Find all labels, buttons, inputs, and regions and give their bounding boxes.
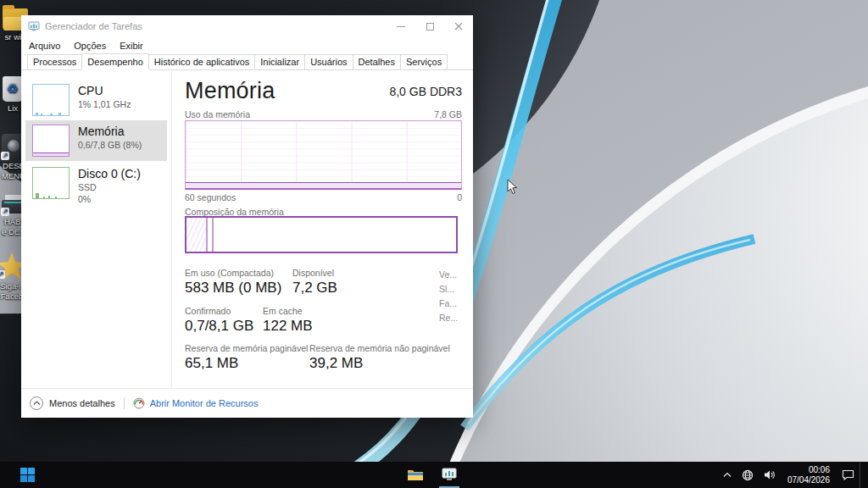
sidebar-item-disk[interactable]: Disco 0 (C:) SSD 0% xyxy=(25,163,167,209)
sidebar-item-cpu[interactable]: CPU 1% 1,01 GHz xyxy=(25,80,167,120)
taskbar: 00:06 07/04/2026 xyxy=(0,462,868,488)
start-button[interactable] xyxy=(10,462,44,488)
speaker-icon xyxy=(764,469,776,480)
truncated-label-fator: Fa... xyxy=(439,298,457,308)
memory-usage-area xyxy=(186,182,461,188)
mouse-cursor xyxy=(507,179,518,195)
memory-usage-chart xyxy=(185,120,462,190)
usage-chart-zero-label: 0 xyxy=(457,192,462,202)
stat-value-reserva-paginavel: 65,1 MB xyxy=(185,355,238,372)
cpu-mini-chart xyxy=(32,84,70,116)
open-resource-monitor-link[interactable]: Abrir Monitor de Recursos xyxy=(133,397,259,409)
maximize-button[interactable] xyxy=(415,15,444,37)
memory-composition-bar xyxy=(185,216,458,253)
window-title: Gerenciador de Tarefas xyxy=(45,21,142,31)
tab-desempenho[interactable]: Desempenho xyxy=(81,53,148,69)
tray-show-hidden-icons-button[interactable] xyxy=(718,462,737,488)
disk-title: Disco 0 (C:) xyxy=(78,167,141,181)
stat-label-confirmado: Confirmado xyxy=(185,306,231,316)
truncated-label-reservado: Re... xyxy=(439,313,458,323)
shortcut-arrow-icon: ↗ xyxy=(0,270,5,279)
cpu-subtitle: 1% 1,01 GHz xyxy=(78,98,131,110)
memory-panel: Memória 8,0 GB DDR3 Uso da memória 7,8 G… xyxy=(171,71,473,388)
stat-label-disponivel: Disponível xyxy=(292,268,334,278)
recycle-bin-icon: ♻ xyxy=(3,76,23,102)
menu-arquivo[interactable]: Arquivo xyxy=(29,41,60,51)
window-footer: Menos detalhes Abrir Monitor de Recursos xyxy=(21,388,473,418)
taskbar-clock[interactable]: 00:06 07/04/2026 xyxy=(781,465,837,485)
memory-subtitle: 0,6/7,8 GB (8%) xyxy=(78,139,142,151)
shortcut-arrow-icon: ↗ xyxy=(1,208,9,216)
minimize-icon xyxy=(397,26,405,27)
truncated-label-velocidade: Ve... xyxy=(439,269,457,280)
composition-divider xyxy=(206,218,208,252)
task-manager-icon xyxy=(441,468,458,482)
action-center-icon xyxy=(842,469,854,480)
windows-logo-icon xyxy=(20,468,35,482)
sidebar-item-memory[interactable]: Memória 0,6/7,8 GB (8%) xyxy=(25,120,167,161)
less-details-button[interactable]: Menos detalhes xyxy=(30,396,115,410)
maximize-icon xyxy=(426,23,434,30)
stat-value-em-uso: 583 MB (0 MB) xyxy=(185,280,281,297)
memory-mini-chart xyxy=(32,125,70,157)
disk-subtitle-percent: 0% xyxy=(78,193,141,205)
stat-value-disponivel: 7,2 GB xyxy=(292,280,337,297)
taskbar-file-explorer-button[interactable] xyxy=(398,462,432,488)
stat-label-reserva-nao-paginavel: Reserva de memória não paginável xyxy=(309,343,450,353)
memory-title: Memória xyxy=(78,125,142,139)
title-bar[interactable]: Gerenciador de Tarefas xyxy=(21,15,473,37)
memory-capacity: 8,0 GB DDR3 xyxy=(389,85,462,98)
menu-opcoes[interactable]: Opções xyxy=(74,41,106,51)
disk-subtitle-ssd: SSD xyxy=(78,181,141,193)
tray-volume-button[interactable] xyxy=(759,462,781,488)
usage-chart-time-label: 60 segundos xyxy=(185,192,236,202)
stat-label-reserva-paginavel: Reserva de memória paginável xyxy=(185,343,308,353)
tab-usuarios[interactable]: Usuários xyxy=(304,54,353,69)
close-icon xyxy=(454,22,463,30)
tab-servicos[interactable]: Serviços xyxy=(400,54,448,69)
task-manager-app-icon xyxy=(28,20,40,32)
stat-value-reserva-nao-paginavel: 39,2 MB xyxy=(309,355,363,372)
close-button[interactable] xyxy=(444,15,473,37)
usage-chart-max: 7,8 GB xyxy=(434,109,462,119)
show-desktop-button[interactable] xyxy=(860,462,863,488)
shortcut-arrow-icon: ↗ xyxy=(1,152,9,160)
truncated-label-slots: Sl... xyxy=(439,284,454,294)
stat-label-em-cache: Em cache xyxy=(263,306,303,316)
tray-network-button[interactable] xyxy=(737,462,759,488)
stat-value-em-cache: 122 MB xyxy=(263,318,313,335)
menu-bar: Arquivo Opções Exibir xyxy=(21,37,473,54)
cpu-title: CPU xyxy=(78,84,131,98)
chevron-up-icon xyxy=(30,396,43,410)
footer-divider xyxy=(124,397,125,409)
clock-time: 00:06 xyxy=(787,465,830,475)
disk-mini-chart xyxy=(32,167,70,199)
resource-monitor-icon xyxy=(133,397,145,409)
clock-date: 07/04/2026 xyxy=(787,475,830,485)
less-details-label: Menos detalhes xyxy=(49,398,115,408)
menu-exibir[interactable]: Exibir xyxy=(120,41,143,51)
stat-label-em-uso: Em uso (Compactada) xyxy=(185,268,274,278)
tab-inicializar[interactable]: Inicializar xyxy=(254,54,305,69)
stat-value-confirmado: 0,7/8,1 GB xyxy=(185,318,253,335)
usage-chart-label: Uso da memória xyxy=(185,109,250,119)
open-resource-monitor-label: Abrir Monitor de Recursos xyxy=(150,398,259,408)
panel-title: Memória xyxy=(185,78,275,104)
file-explorer-icon xyxy=(407,469,424,482)
action-center-button[interactable] xyxy=(837,462,860,488)
task-manager-window: Gerenciador de Tarefas Arquivo Opções Ex… xyxy=(21,15,473,418)
globe-network-icon xyxy=(742,469,754,481)
minimize-button[interactable] xyxy=(387,15,415,37)
composition-in-use-segment xyxy=(186,218,206,252)
tab-historico-de-aplicativos[interactable]: Histórico de aplicativos xyxy=(148,54,256,69)
tab-processos[interactable]: Processos xyxy=(27,54,82,69)
tab-detalhes[interactable]: Detalhes xyxy=(353,54,401,69)
tab-bar: Processos Desempenho Histórico de aplica… xyxy=(21,54,473,70)
performance-content: CPU 1% 1,01 GHz Memória 0,6/7,8 GB (8%) … xyxy=(21,71,473,388)
taskbar-task-manager-button[interactable] xyxy=(432,462,466,488)
chevron-up-icon xyxy=(723,472,732,478)
composition-divider xyxy=(212,218,214,252)
